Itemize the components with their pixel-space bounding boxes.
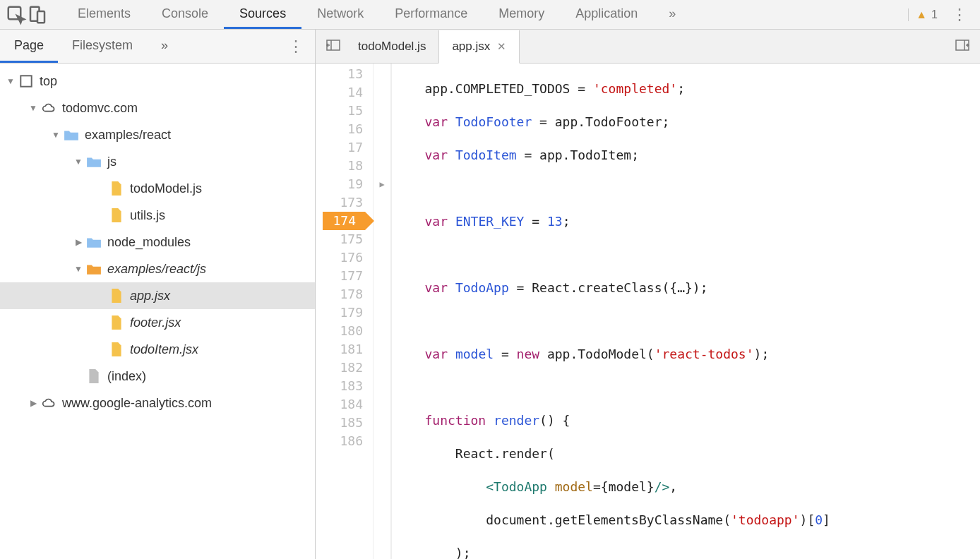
fold-marker <box>374 267 390 285</box>
gutter-line[interactable]: 176 <box>316 248 373 267</box>
editor-tab-label: app.jsx <box>452 40 490 54</box>
tree-row[interactable]: ▶footer.jsx <box>0 309 315 336</box>
fold-marker <box>374 83 390 102</box>
gutter-line[interactable]: 177 <box>316 267 373 285</box>
disclosure-icon[interactable]: ▼ <box>28 103 38 113</box>
tree-row[interactable]: ▶(index) <box>0 363 315 390</box>
close-icon[interactable]: ✕ <box>497 40 506 53</box>
fold-marker <box>374 65 390 83</box>
devtools-main-tabbar: Elements Console Sources Network Perform… <box>0 0 980 30</box>
disclosure-icon[interactable]: ▼ <box>73 264 83 274</box>
fold-marker <box>374 432 390 450</box>
fold-marker <box>374 395 390 414</box>
tree-row[interactable]: ▶app.jsx <box>0 282 315 309</box>
tree-row[interactable]: ▼examples/react <box>0 121 315 148</box>
gutter-line[interactable]: 18 <box>316 157 373 175</box>
disclosure-icon[interactable]: ▼ <box>51 130 61 140</box>
toggle-debugger-icon[interactable] <box>950 40 974 53</box>
gutter-line[interactable]: 184 <box>316 395 373 414</box>
line-gutter[interactable]: 1314151617181917317417517617717817918018… <box>316 64 374 559</box>
settings-menu-icon[interactable]: ⋮ <box>945 6 974 24</box>
gutter-line[interactable]: 17 <box>316 138 373 157</box>
main-tabs: Elements Console Sources Network Perform… <box>62 0 908 29</box>
tree-row[interactable]: ▼examples/react/js <box>0 256 315 282</box>
file-icon <box>109 288 124 303</box>
cloud-icon <box>41 395 56 411</box>
tab-overflow[interactable]: » <box>653 0 691 29</box>
editor-tab-todomodel[interactable]: todoModel.js <box>345 30 438 63</box>
fold-marker <box>374 212 390 230</box>
tree-row[interactable]: ▼todomvc.com <box>0 95 315 121</box>
tree-label: todoModel.js <box>130 181 202 196</box>
tab-elements[interactable]: Elements <box>62 0 146 29</box>
file-icon <box>109 181 124 196</box>
gutter-line[interactable]: 182 <box>316 359 373 377</box>
fold-marker[interactable]: ▶ <box>374 175 390 193</box>
warning-count: 1 <box>931 8 938 21</box>
sidebar-tab-page[interactable]: Page <box>0 30 58 63</box>
tree-row[interactable]: ▶utils.js <box>0 202 315 229</box>
navigator-menu-icon[interactable]: ⋮ <box>281 37 311 56</box>
tab-performance[interactable]: Performance <box>379 0 483 29</box>
fold-marker <box>374 120 390 138</box>
disclosure-icon[interactable]: ▼ <box>73 157 83 167</box>
gutter-line[interactable]: 13 <box>316 65 373 83</box>
sidebar-tab-filesystem[interactable]: Filesystem <box>58 30 147 63</box>
gutter-line[interactable]: 175 <box>316 230 373 248</box>
disclosure-icon[interactable]: ▶ <box>73 237 83 247</box>
disclosure-icon[interactable]: ▼ <box>6 76 16 86</box>
gutter-line[interactable]: 180 <box>316 322 373 340</box>
tab-sources[interactable]: Sources <box>224 0 301 29</box>
fold-marker <box>374 340 390 359</box>
gutter-line[interactable]: 174 <box>323 212 373 230</box>
gutter-line[interactable]: 179 <box>316 303 373 322</box>
sidebar-tab-overflow[interactable]: » <box>147 30 182 63</box>
folder-blue-icon <box>86 154 102 169</box>
editor-tabbar: todoModel.js app.jsx ✕ <box>316 30 980 64</box>
tree-row[interactable]: ▼js <box>0 148 315 175</box>
tree-label: js <box>107 155 116 169</box>
inspect-element-icon[interactable] <box>6 4 27 25</box>
tab-console[interactable]: Console <box>146 0 224 29</box>
tree-label: examples/react/js <box>107 262 206 277</box>
gutter-line[interactable]: 178 <box>316 285 373 303</box>
tree-row[interactable]: ▶www.google-analytics.com <box>0 390 315 416</box>
tree-label: utils.js <box>130 208 165 223</box>
gutter-line[interactable]: 185 <box>316 414 373 432</box>
warnings-indicator[interactable]: ▲ 1 <box>908 8 945 21</box>
editor-tab-app[interactable]: app.jsx ✕ <box>438 30 520 64</box>
tree-label: (index) <box>107 369 146 384</box>
tree-label: top <box>40 74 57 89</box>
gutter-line[interactable]: 183 <box>316 377 373 395</box>
tree-row[interactable]: ▶todoItem.jsx <box>0 336 315 363</box>
toggle-navigator-icon[interactable] <box>321 40 345 53</box>
tree-label: footer.jsx <box>130 315 181 330</box>
code-area[interactable]: 1314151617181917317417517617717817918018… <box>316 64 980 559</box>
gutter-line[interactable]: 173 <box>316 193 373 212</box>
file-icon <box>109 315 124 330</box>
fold-marker <box>374 193 390 212</box>
fold-gutter[interactable]: ▶ <box>374 64 392 559</box>
gutter-line[interactable]: 16 <box>316 120 373 138</box>
gutter-line[interactable]: 19 <box>316 175 373 193</box>
gutter-line[interactable]: 15 <box>316 102 373 120</box>
tree-row[interactable]: ▼top <box>0 68 315 95</box>
tab-network[interactable]: Network <box>301 0 379 29</box>
disclosure-icon[interactable]: ▶ <box>28 398 38 408</box>
fold-marker <box>374 248 390 267</box>
gutter-line[interactable]: 186 <box>316 432 373 450</box>
tree-label: node_modules <box>107 235 191 250</box>
code-content[interactable]: app.COMPLETED_TODOS = 'completed'; var T… <box>392 64 980 559</box>
gutter-line[interactable]: 14 <box>316 83 373 102</box>
tree-row[interactable]: ▶todoModel.js <box>0 175 315 202</box>
folder-blue-icon <box>86 234 102 250</box>
tab-memory[interactable]: Memory <box>483 0 560 29</box>
device-toolbar-icon[interactable] <box>27 4 48 25</box>
gutter-line[interactable]: 181 <box>316 340 373 359</box>
tab-application[interactable]: Application <box>560 0 653 29</box>
svg-rect-3 <box>20 76 31 86</box>
tree-row[interactable]: ▶node_modules <box>0 229 315 256</box>
cloud-icon <box>41 100 56 116</box>
fold-marker <box>374 414 390 432</box>
devtools-content: Page Filesystem » ⋮ ▼top▼todomvc.com▼exa… <box>0 30 980 559</box>
